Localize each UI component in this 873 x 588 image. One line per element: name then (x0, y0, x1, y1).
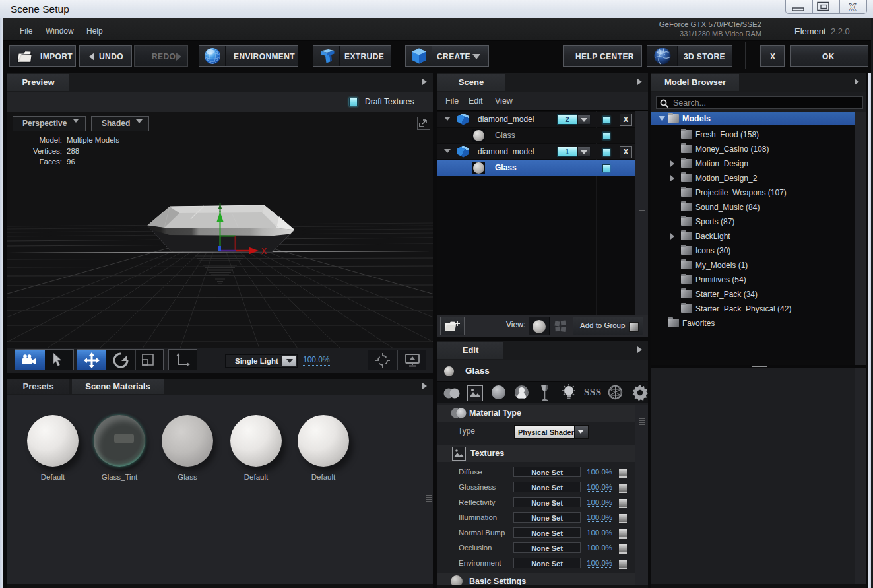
svg-text:X: X (261, 247, 267, 256)
svg-text:X: X (849, 1, 856, 13)
